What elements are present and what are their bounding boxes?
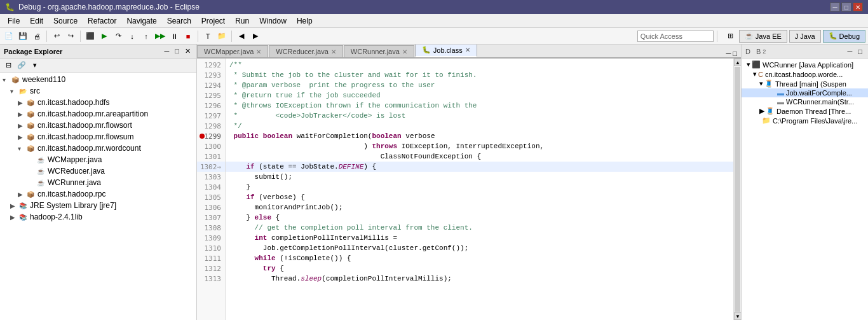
list-item[interactable]: ▶ 📦 cn.itcast.hadoop.hdfs — [0, 97, 196, 108]
menu-window[interactable]: Window — [254, 15, 292, 27]
expand-arrow[interactable]: ▾ — [3, 76, 10, 83]
editor-area: WCMapper.java ✕ WCReducer.java ✕ WCRunne… — [197, 45, 741, 320]
minimize-editor-button[interactable]: ─ — [726, 50, 731, 57]
debug-button[interactable]: ⬛ — [84, 30, 97, 43]
open-resource-button[interactable]: 📁 — [215, 30, 228, 43]
debug-tree-item-selected[interactable]: ▬ Job.waitForComple... — [742, 88, 868, 97]
close-panel-button[interactable]: ✕ — [183, 47, 193, 55]
print-button[interactable]: 🖨 — [31, 30, 43, 43]
debug-tab-d[interactable]: D — [745, 48, 750, 55]
debug-tree-item[interactable]: ▾ C cn.itcast.hadoop.worde... — [742, 69, 868, 79]
undo-button[interactable]: ↩ — [50, 30, 63, 43]
quick-access-input[interactable]: Quick Access — [637, 31, 714, 42]
debug-label: Debug — [839, 32, 860, 40]
code-line-1293: * Submit the job to the cluster and wait… — [226, 70, 733, 80]
list-item[interactable]: ☕ WCMapper.java — [0, 154, 196, 165]
list-item[interactable]: ▶ 📚 JRE System Library [jre7] — [0, 200, 196, 211]
debug-tree-item[interactable]: 📁 C:\Program Files\Java\jre... — [742, 116, 868, 125]
step-into-button[interactable]: ↓ — [126, 30, 139, 43]
maximize-debug-button[interactable]: □ — [856, 48, 864, 55]
scroll-up-button[interactable]: ▲ — [734, 59, 741, 66]
debug-tree-item[interactable]: ▾ ⬛ WCRunner [Java Application] — [742, 60, 868, 69]
back-button[interactable]: ◀ — [235, 30, 248, 43]
scroll-down-button[interactable]: ▼ — [734, 312, 741, 320]
list-item[interactable]: ☕ WCRunner.java — [0, 177, 196, 188]
expand-arrow[interactable]: ▶ — [759, 107, 764, 115]
maximize-button[interactable]: □ — [841, 3, 851, 11]
tab-wcmapper-close[interactable]: ✕ — [256, 48, 261, 55]
open-type-button[interactable]: T — [201, 30, 214, 43]
tab-job-close[interactable]: ✕ — [465, 46, 470, 53]
code-editor[interactable]: /** * Submit the job to the cluster and … — [226, 59, 733, 320]
debug-tab-b[interactable]: B — [756, 48, 761, 55]
expand-arrow[interactable]: ▶ — [18, 122, 25, 129]
redo-button[interactable]: ↪ — [64, 30, 77, 43]
tree-item-src[interactable]: ▾ 📂 src — [0, 85, 196, 97]
list-item[interactable]: ▶ 📦 cn.itcast.hadoop.mr.areapartition — [0, 108, 196, 120]
forward-button[interactable]: ▶ — [249, 30, 262, 43]
maximize-editor-button[interactable]: □ — [733, 50, 737, 57]
menu-source[interactable]: Source — [48, 15, 83, 27]
run-button[interactable]: ▶ — [98, 30, 111, 43]
collapse-all-button[interactable]: ⊟ — [3, 60, 14, 71]
expand-arrow[interactable]: ▾ — [18, 145, 25, 152]
list-item[interactable]: ☕ WCReducer.java — [0, 165, 196, 177]
tab-wcmapper[interactable]: WCMapper.java ✕ — [197, 45, 268, 57]
tab-wcrunner[interactable]: WCRunner.java ✕ — [344, 45, 414, 57]
menu-project[interactable]: Project — [196, 15, 230, 27]
minimize-button[interactable]: ─ — [830, 3, 840, 11]
expand-arrow[interactable]: ▶ — [18, 191, 25, 198]
suspend-button[interactable]: ⏸ — [168, 30, 180, 43]
save-button[interactable]: 💾 — [17, 30, 29, 43]
tab-job[interactable]: 🐛 Job.class ✕ — [415, 45, 477, 57]
minimize-debug-button[interactable]: ─ — [846, 48, 855, 55]
link-editor-button[interactable]: 🔗 — [16, 60, 27, 71]
debug-tree-item[interactable]: ▾ 🧵 Thread [main] (Suspen — [742, 79, 868, 88]
expand-arrow[interactable]: ▾ — [747, 60, 750, 69]
new-button[interactable]: 📄 — [3, 30, 15, 43]
perspective-debug[interactable]: 🐛 Debug — [823, 30, 865, 43]
view-menu-button[interactable]: ▾ — [29, 60, 41, 71]
menu-file[interactable]: File — [3, 15, 25, 27]
menu-refactor[interactable]: Refactor — [83, 15, 121, 27]
expand-arrow[interactable]: ▶ — [10, 202, 18, 209]
list-item[interactable]: ▶ 📦 cn.itcast.hadoop.mr.flowsort — [0, 120, 196, 131]
tab-wcreducer[interactable]: WCReducer.java ✕ — [269, 45, 343, 57]
list-item[interactable]: ▾ 📦 cn.itcast.hadoop.mr.wordcount — [0, 143, 196, 154]
scroll-thumb[interactable] — [735, 67, 740, 312]
resume-button[interactable]: ▶▶ — [154, 30, 166, 43]
close-button[interactable]: ✕ — [853, 3, 863, 11]
terminate-button[interactable]: ■ — [182, 30, 194, 43]
vertical-scrollbar[interactable]: ▲ ▼ — [733, 59, 741, 320]
menu-search[interactable]: Search — [162, 15, 196, 27]
maximize-panel-button[interactable]: □ — [173, 47, 181, 55]
perspective-java[interactable]: J Java — [789, 30, 821, 43]
list-item[interactable]: ▶ 📦 cn.itcast.hadoop.mr.flowsum — [0, 131, 196, 143]
step-over-button[interactable]: ↷ — [112, 30, 125, 43]
menu-run[interactable]: Run — [230, 15, 254, 27]
list-item[interactable]: ▶ 📚 hadoop-2.4.1lib — [0, 211, 196, 223]
minimize-panel-button[interactable]: ─ — [163, 47, 172, 55]
list-item[interactable]: ▶ 📦 cn.itcast.hadoop.rpc — [0, 188, 196, 200]
debug-tree-item[interactable]: ▶ 🧵 Daemon Thread [Thre... — [742, 106, 868, 116]
menu-help[interactable]: Help — [292, 15, 318, 27]
menu-edit[interactable]: Edit — [25, 15, 48, 27]
open-perspective-button[interactable]: ⊞ — [724, 30, 737, 43]
debug-tree-item[interactable]: ▬ WCRunner.main(Str... — [742, 97, 868, 106]
step-return-button[interactable]: ↑ — [140, 30, 153, 43]
menu-navigate[interactable]: Navigate — [121, 15, 161, 27]
expand-arrow[interactable]: ▾ — [753, 70, 757, 78]
expand-arrow[interactable]: ▾ — [10, 88, 18, 95]
tab-wcreducer-close[interactable]: ✕ — [331, 48, 336, 55]
expand-arrow[interactable]: ▶ — [18, 111, 25, 118]
expand-arrow[interactable]: ▶ — [18, 134, 25, 141]
perspective-javaee[interactable]: ☕ Java EE — [739, 30, 787, 43]
tab-wcrunner-close[interactable]: ✕ — [402, 48, 407, 55]
expand-arrow[interactable]: ▶ — [10, 214, 18, 221]
expand-arrow[interactable]: ▶ — [18, 99, 25, 106]
line-num-1303: 1303 — [197, 172, 225, 182]
expand-arrow[interactable]: ▾ — [759, 80, 763, 88]
tab-wcmapper-label: WCMapper.java — [204, 48, 254, 55]
tree-item-project[interactable]: ▾ 📦 weekend110 — [0, 74, 196, 85]
window-controls[interactable]: ─ □ ✕ — [830, 3, 863, 11]
